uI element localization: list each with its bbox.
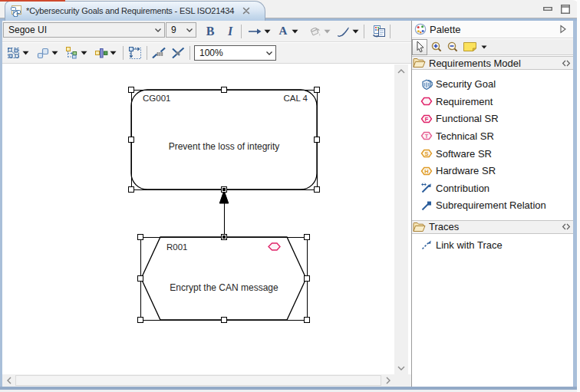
select-all-dropdown[interactable] xyxy=(22,51,29,55)
font-name-combo[interactable]: Segoe UI xyxy=(3,22,165,38)
editor-tab-strip: *Cybersecurity Goals and Requirements - … xyxy=(0,0,580,18)
font-size-combo[interactable]: 9 xyxy=(166,22,196,38)
palette-panel: Palette xyxy=(411,21,573,387)
italic-button[interactable]: I xyxy=(222,23,238,40)
chevron-left-icon xyxy=(7,377,12,384)
palette-item-security-goal[interactable]: Security Goal xyxy=(412,75,573,93)
edge-contribution[interactable] xyxy=(219,191,229,238)
zoom-in-tool-button[interactable] xyxy=(429,40,443,54)
diagram-figures: CG001 CAL 4 Prevent the loss of integrit… xyxy=(2,64,394,374)
palette-collapse-icon[interactable] xyxy=(559,25,567,34)
straighten-edge-icon xyxy=(151,46,166,60)
fill-color-dropdown[interactable] xyxy=(324,29,331,34)
palette-header[interactable]: Palette xyxy=(412,21,573,38)
horizontal-scrollbar[interactable] xyxy=(2,374,394,387)
palette-item-hardware-sr[interactable]: H Hardware SR xyxy=(412,162,573,180)
chevron-down-icon xyxy=(183,24,196,36)
technical-sr-icon: T xyxy=(420,130,433,142)
palette-title: Palette xyxy=(430,24,460,35)
vertical-scrollbar[interactable] xyxy=(394,64,408,374)
node-requirement[interactable]: R001 Encrypt the CAN message xyxy=(140,237,307,320)
palette-group-traces[interactable]: Traces xyxy=(412,220,573,234)
palette-item-contribution[interactable]: Contribution xyxy=(412,180,573,197)
select-tool-button[interactable] xyxy=(412,39,427,55)
layout-children-button[interactable] xyxy=(64,44,79,61)
dropdown-arrow-icon xyxy=(81,51,87,55)
scroll-right-button[interactable] xyxy=(381,374,394,387)
align-shapes-dropdown[interactable] xyxy=(51,51,58,55)
zoom-combo[interactable]: 100% xyxy=(194,45,276,61)
dropdown-arrow-icon xyxy=(264,29,271,34)
palette-item-functional-sr[interactable]: F Functional SR xyxy=(412,110,573,128)
palette-item-label: Link with Trace xyxy=(436,239,503,251)
font-name-value: Segoe UI xyxy=(4,25,152,35)
diagram-toolbar: 100% xyxy=(2,43,411,64)
security-goal-icon xyxy=(420,78,433,91)
arrow-right-icon xyxy=(246,25,263,38)
editor-tab[interactable]: *Cybersecurity Goals and Requirements - … xyxy=(5,1,265,21)
fill-color-button[interactable] xyxy=(308,23,323,40)
line-color-pen-icon xyxy=(336,25,351,38)
layout-children-dropdown[interactable] xyxy=(81,51,87,55)
zoom-value: 100% xyxy=(195,48,263,58)
note-tool-button[interactable] xyxy=(461,40,478,54)
palette-item-link-with-trace[interactable]: Link with Trace xyxy=(412,236,573,254)
apply-appearance-icon xyxy=(372,25,386,38)
dropdown-arrow-icon xyxy=(110,51,117,55)
svg-text:T: T xyxy=(425,133,429,140)
scroll-left-button[interactable] xyxy=(2,374,15,387)
minimize-view-icon[interactable] xyxy=(543,5,552,14)
toolbar-separator xyxy=(390,25,391,38)
pin-drawer-icon[interactable] xyxy=(562,60,571,67)
remove-bendpoints-button[interactable] xyxy=(170,44,186,61)
pin-drawer-icon[interactable] xyxy=(562,223,571,230)
font-color-button[interactable]: A xyxy=(275,23,291,40)
palette-item-label: Technical SR xyxy=(436,130,494,142)
straighten-edge-button[interactable] xyxy=(151,44,166,61)
line-color-button[interactable] xyxy=(336,23,351,40)
arrow-type-button[interactable] xyxy=(246,23,263,40)
align-shapes-icon xyxy=(36,47,49,60)
palette-item-label: Subrequirement Relation xyxy=(436,199,546,211)
note-tool-dropdown[interactable] xyxy=(481,45,487,49)
align-shapes-button[interactable] xyxy=(35,44,50,61)
zoom-out-tool-button[interactable] xyxy=(445,40,460,54)
font-color-dropdown[interactable] xyxy=(292,29,298,34)
palette-toolbar xyxy=(412,39,573,55)
apply-appearance-button[interactable] xyxy=(371,23,387,40)
node-security-goal[interactable]: CG001 CAL 4 Prevent the loss of integrit… xyxy=(131,90,317,189)
requirement-icon xyxy=(420,95,433,107)
right-gutter xyxy=(577,0,580,392)
dropdown-arrow-icon xyxy=(324,29,331,34)
line-color-dropdown[interactable] xyxy=(352,29,359,34)
palette-group-requirements-model[interactable]: Requirements Model xyxy=(412,56,573,70)
cursor-icon xyxy=(415,41,425,53)
palette-item-label: Functional SR xyxy=(436,113,499,124)
chevron-down-icon xyxy=(152,24,164,36)
palette-item-software-sr[interactable]: S Software SR xyxy=(412,145,573,163)
horizontal-scrollbar-thumb[interactable] xyxy=(15,375,381,386)
select-region-button[interactable] xyxy=(127,44,143,61)
palette-group-label: Traces xyxy=(429,221,459,232)
maximize-view-icon[interactable] xyxy=(561,5,570,14)
diagram-editor-window: *Cybersecurity Goals and Requirements - … xyxy=(0,0,580,392)
palette-item-requirement[interactable]: Requirement xyxy=(412,93,573,110)
select-all-shapes-button[interactable] xyxy=(5,44,21,61)
node-id-label: R001 xyxy=(166,242,188,252)
diagram-canvas[interactable]: CG001 CAL 4 Prevent the loss of integrit… xyxy=(2,64,394,374)
arrow-type-dropdown[interactable] xyxy=(264,29,271,34)
palette-item-technical-sr[interactable]: T Technical SR xyxy=(412,127,573,145)
tab-close-icon[interactable] xyxy=(242,7,250,15)
dropdown-arrow-icon xyxy=(51,51,58,55)
font-toolbar: Segoe UI 9 B I A xyxy=(2,21,411,42)
palette-icon xyxy=(414,23,427,35)
marquee-selection-icon xyxy=(128,46,143,61)
requirement-type-icon xyxy=(269,243,280,250)
node-name-label: Encrypt the CAN message xyxy=(170,282,278,293)
order-shapes-button[interactable] xyxy=(93,44,108,61)
palette-item-subrequirement-relation[interactable]: Subrequirement Relation xyxy=(412,197,573,215)
order-shapes-dropdown[interactable] xyxy=(110,51,117,55)
scroll-up-button[interactable] xyxy=(394,64,408,77)
scroll-down-button[interactable] xyxy=(394,361,408,374)
bold-button[interactable]: B xyxy=(203,23,218,40)
